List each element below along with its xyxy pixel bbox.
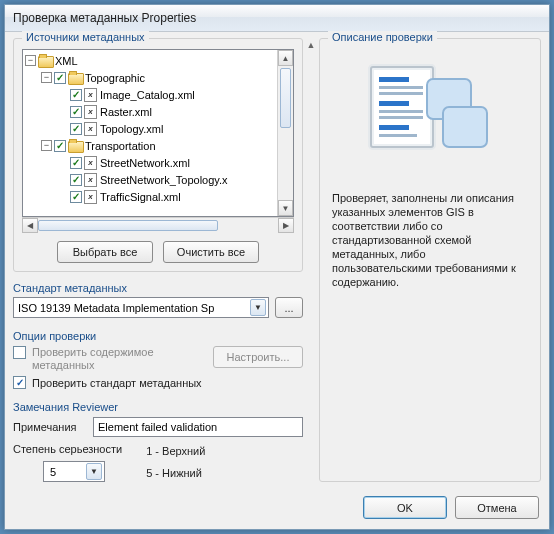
description-group: Описание проверки bbox=[319, 38, 541, 482]
scroll-right-icon[interactable]: ▶ bbox=[278, 218, 294, 233]
tree-label: TrafficSignal.xml bbox=[100, 191, 181, 203]
svg-rect-6 bbox=[379, 110, 423, 113]
check-standard-label: Проверить стандарт метаданных bbox=[32, 377, 202, 389]
sources-title: Источники метаданных bbox=[22, 31, 149, 43]
ok-button[interactable]: OK bbox=[363, 496, 447, 519]
severity-value: 5 bbox=[50, 466, 86, 478]
scroll-thumb[interactable] bbox=[38, 220, 218, 231]
tree-item[interactable]: x Image_Catalog.xml bbox=[25, 86, 275, 103]
tree-container: − XML − Topographic bbox=[22, 49, 294, 217]
svg-rect-9 bbox=[379, 134, 417, 137]
dialog-window: Проверка метаданных Properties Источники… bbox=[4, 4, 550, 530]
check-content-checkbox[interactable] bbox=[13, 346, 26, 359]
severity-legend: 1 - Верхний 5 - Нижний bbox=[146, 443, 205, 481]
svg-rect-5 bbox=[379, 101, 409, 106]
standard-combo[interactable]: ISO 19139 Metadata Implementation Sp ▼ bbox=[13, 297, 269, 318]
right-column: Описание проверки bbox=[319, 38, 541, 482]
browse-button[interactable]: ... bbox=[275, 297, 303, 318]
tree-label: Image_Catalog.xml bbox=[100, 89, 195, 101]
severity-label: Степень серьезности bbox=[13, 443, 122, 455]
legend-bottom: 5 - Нижний bbox=[146, 465, 205, 481]
left-column: Источники метаданных − XML − bbox=[13, 38, 303, 482]
check-standard-checkbox[interactable] bbox=[13, 376, 26, 389]
cancel-button[interactable]: Отмена bbox=[455, 496, 539, 519]
svg-rect-7 bbox=[379, 116, 423, 119]
options-section: Опции проверки Проверить содержимое мета… bbox=[13, 326, 303, 393]
tree-label: StreetNetwork_Topology.x bbox=[100, 174, 228, 186]
checkbox[interactable] bbox=[70, 123, 82, 135]
checkbox[interactable] bbox=[70, 106, 82, 118]
splitter[interactable]: ▲ bbox=[307, 38, 315, 482]
tree-group[interactable]: − Transportation bbox=[25, 137, 275, 154]
scroll-left-icon[interactable]: ◀ bbox=[22, 218, 38, 233]
standard-title: Стандарт метаданных bbox=[13, 282, 303, 294]
svg-rect-4 bbox=[379, 92, 423, 95]
tree-label: Raster.xml bbox=[100, 106, 152, 118]
description-title: Описание проверки bbox=[328, 31, 437, 43]
options-title: Опции проверки bbox=[13, 330, 303, 342]
expand-icon[interactable]: − bbox=[41, 72, 52, 83]
scroll-down-icon[interactable]: ▼ bbox=[278, 200, 293, 216]
clear-all-button[interactable]: Очистить все bbox=[163, 241, 259, 263]
configure-button: Настроить... bbox=[213, 346, 303, 368]
footer-buttons: OK Отмена bbox=[5, 490, 549, 529]
tree-item[interactable]: x Raster.xml bbox=[25, 103, 275, 120]
checkbox[interactable] bbox=[54, 72, 66, 84]
tree-label: Transportation bbox=[85, 140, 156, 152]
description-illustration bbox=[328, 51, 532, 181]
check-content-label: Проверить содержимое метаданных bbox=[32, 346, 162, 372]
window-title: Проверка метаданных Properties bbox=[13, 11, 196, 25]
checkbox[interactable] bbox=[54, 140, 66, 152]
vertical-scrollbar[interactable]: ▲ ▼ bbox=[277, 50, 293, 216]
checkbox[interactable] bbox=[70, 89, 82, 101]
tree-label: Topology.xml bbox=[100, 123, 163, 135]
xml-icon: x bbox=[84, 122, 97, 136]
horizontal-scrollbar[interactable]: ◀ ▶ bbox=[22, 217, 294, 233]
tree-item[interactable]: x StreetNetwork.xml bbox=[25, 154, 275, 171]
chevron-down-icon[interactable]: ▼ bbox=[250, 299, 266, 316]
xml-icon: x bbox=[84, 173, 97, 187]
reviewer-title: Замечания Reviewer bbox=[13, 401, 303, 413]
xml-icon: x bbox=[84, 156, 97, 170]
checkbox[interactable] bbox=[70, 191, 82, 203]
xml-icon: x bbox=[84, 88, 97, 102]
expand-icon[interactable]: − bbox=[41, 140, 52, 151]
collapse-arrow-icon[interactable]: ▲ bbox=[307, 40, 316, 50]
severity-combo[interactable]: 5 ▼ bbox=[43, 461, 105, 482]
notes-label: Примечания bbox=[13, 421, 85, 433]
tree-label: Topographic bbox=[85, 72, 145, 84]
tree-group[interactable]: − Topographic bbox=[25, 69, 275, 86]
description-text: Проверяет, заполнены ли описания указанн… bbox=[328, 191, 532, 289]
sources-group: Источники метаданных − XML − bbox=[13, 38, 303, 272]
folder-icon bbox=[38, 55, 52, 67]
svg-rect-3 bbox=[379, 86, 423, 89]
tree-view[interactable]: − XML − Topographic bbox=[23, 50, 277, 216]
tree-label: StreetNetwork.xml bbox=[100, 157, 190, 169]
legend-top: 1 - Верхний bbox=[146, 443, 205, 459]
tree-item[interactable]: x Topology.xml bbox=[25, 120, 275, 137]
notes-input[interactable]: Element failed validation bbox=[93, 417, 303, 437]
checkbox[interactable] bbox=[70, 174, 82, 186]
tree-item[interactable]: x TrafficSignal.xml bbox=[25, 188, 275, 205]
folder-icon bbox=[68, 140, 82, 152]
metadata-check-icon bbox=[365, 61, 495, 171]
folder-icon bbox=[68, 72, 82, 84]
tree-label: XML bbox=[55, 55, 78, 67]
xml-icon: x bbox=[84, 190, 97, 204]
xml-icon: x bbox=[84, 105, 97, 119]
select-all-button[interactable]: Выбрать все bbox=[57, 241, 153, 263]
svg-rect-8 bbox=[379, 125, 409, 130]
expand-icon[interactable]: − bbox=[25, 55, 36, 66]
titlebar[interactable]: Проверка метаданных Properties bbox=[5, 5, 549, 32]
checkbox[interactable] bbox=[70, 157, 82, 169]
combo-value: ISO 19139 Metadata Implementation Sp bbox=[18, 302, 250, 314]
reviewer-section: Замечания Reviewer Примечания Element fa… bbox=[13, 397, 303, 482]
scroll-thumb[interactable] bbox=[280, 68, 291, 128]
standard-section: Стандарт метаданных ISO 19139 Metadata I… bbox=[13, 278, 303, 318]
tree-root[interactable]: − XML bbox=[25, 52, 275, 69]
tree-item[interactable]: x StreetNetwork_Topology.x bbox=[25, 171, 275, 188]
svg-rect-2 bbox=[379, 77, 409, 82]
chevron-down-icon[interactable]: ▼ bbox=[86, 463, 102, 480]
content-area: Источники метаданных − XML − bbox=[5, 32, 549, 490]
scroll-up-icon[interactable]: ▲ bbox=[278, 50, 293, 66]
